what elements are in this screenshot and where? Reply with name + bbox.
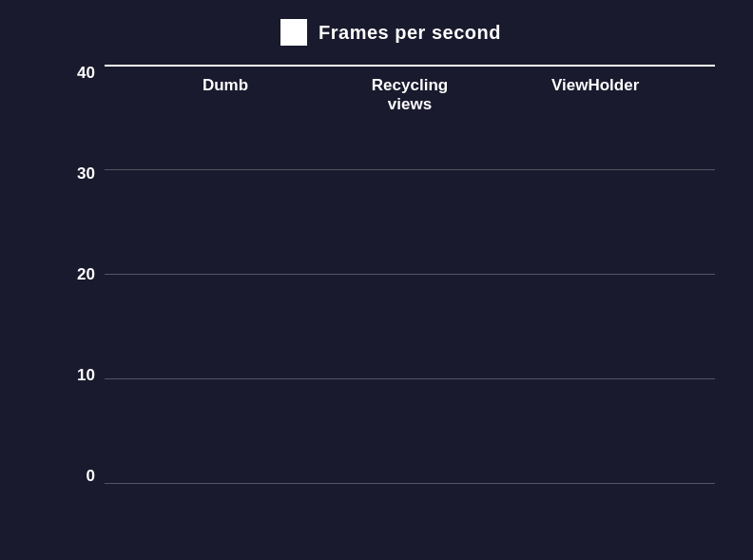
chart-container: Frames per second 40 30 20 10 0 <box>0 0 753 560</box>
chart-legend: Frames per second <box>280 19 501 46</box>
y-label-30: 30 <box>77 165 95 182</box>
y-label-40: 40 <box>77 65 95 81</box>
y-axis: 40 30 20 10 0 <box>67 65 105 484</box>
y-label-0: 0 <box>87 468 95 484</box>
chart-area: 40 30 20 10 0 <box>67 65 715 484</box>
y-label-10: 10 <box>77 367 95 383</box>
plot-area: Dumb Recycling views ViewHolder <box>105 65 715 484</box>
y-label-20: 20 <box>77 266 95 282</box>
bars-area <box>105 65 715 484</box>
legend-label: Frames per second <box>319 22 501 44</box>
legend-color-box <box>280 19 307 46</box>
